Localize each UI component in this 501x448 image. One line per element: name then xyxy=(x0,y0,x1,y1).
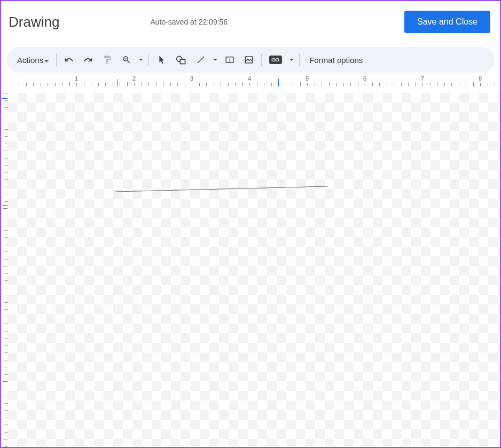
ruler-marker[interactable] xyxy=(117,79,118,87)
separator xyxy=(148,53,149,66)
image-icon xyxy=(244,55,254,65)
paint-format-button[interactable] xyxy=(98,51,116,68)
dialog-title: Drawing xyxy=(9,14,59,30)
separator xyxy=(299,53,300,66)
word-art-button[interactable] xyxy=(265,51,286,68)
ruler-number: 8 xyxy=(479,75,482,82)
image-button[interactable] xyxy=(240,51,258,68)
paint-roller-icon xyxy=(103,55,112,65)
save-and-close-button[interactable]: Save and Close xyxy=(404,11,490,33)
ruler-number: 7 xyxy=(421,75,424,82)
line-icon xyxy=(196,55,206,65)
word-art-dropdown[interactable] xyxy=(287,59,296,61)
text-box-icon: T xyxy=(225,55,234,65)
ruler-horizontal[interactable]: 12345678 xyxy=(6,77,500,87)
svg-point-6 xyxy=(272,59,275,61)
cursor-icon xyxy=(156,55,166,65)
undo-icon xyxy=(64,55,74,65)
separator xyxy=(261,53,262,66)
shape-tool-button[interactable] xyxy=(171,51,191,68)
separator xyxy=(56,53,57,66)
dropdown-arrow-icon xyxy=(213,59,217,61)
autosave-status: Auto-saved at 22:09:56 xyxy=(150,18,228,26)
ruler-number: 5 xyxy=(306,75,309,82)
ruler-number: 4 xyxy=(248,75,251,82)
shapes-icon xyxy=(176,55,186,65)
line-tool-button[interactable] xyxy=(192,51,210,68)
dropdown-arrow-icon xyxy=(44,56,49,65)
word-art-icon xyxy=(269,56,282,64)
dropdown-arrow-icon xyxy=(289,59,294,61)
line-dropdown[interactable] xyxy=(211,59,220,61)
drawing-canvas[interactable] xyxy=(7,93,500,446)
ruler-marker[interactable] xyxy=(278,79,279,87)
undo-button[interactable] xyxy=(60,51,78,68)
zoom-button[interactable] xyxy=(118,51,136,68)
redo-icon xyxy=(83,55,93,65)
actions-label: Actions xyxy=(17,56,43,65)
svg-text:T: T xyxy=(228,58,231,63)
svg-rect-1 xyxy=(181,59,185,64)
actions-menu-button[interactable]: Actions xyxy=(13,52,53,68)
ruler-number: 1 xyxy=(75,75,78,82)
format-options-button[interactable]: Format options xyxy=(303,52,369,68)
text-box-button[interactable]: T xyxy=(221,51,239,68)
select-tool-button[interactable] xyxy=(152,51,170,68)
ruler-number: 2 xyxy=(132,75,136,82)
ruler-number: 6 xyxy=(363,75,366,82)
zoom-dropdown[interactable] xyxy=(137,59,145,61)
canvas-container xyxy=(7,93,500,446)
ruler-horizontal-area: 12345678 xyxy=(1,77,500,89)
ruler-number: 3 xyxy=(190,75,193,82)
redo-button[interactable] xyxy=(79,51,97,68)
svg-line-8 xyxy=(115,186,328,192)
svg-line-2 xyxy=(198,57,204,63)
toolbar: Actions T xyxy=(6,47,495,73)
svg-point-7 xyxy=(276,59,279,61)
header: Drawing Auto-saved at 22:09:56 Save and … xyxy=(1,1,500,43)
zoom-icon xyxy=(122,55,131,65)
dropdown-arrow-icon xyxy=(139,59,143,61)
drawn-line-shape[interactable] xyxy=(7,93,500,446)
